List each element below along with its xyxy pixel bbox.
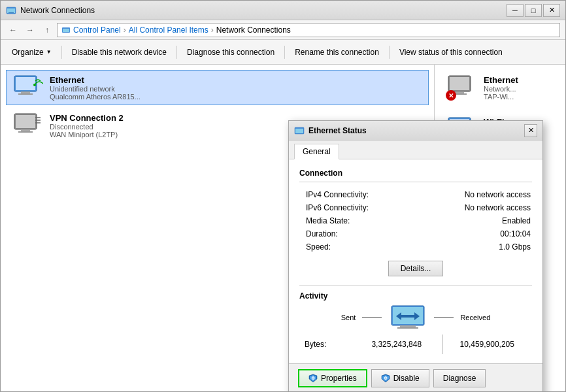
received-label: Received — [460, 314, 490, 321]
tab-general[interactable]: General — [294, 144, 339, 159]
vpn-icon — [12, 112, 43, 139]
dialog-title-left: Ethernet Status — [294, 125, 367, 136]
content-area: Ethernet Unidentified network Qualcomm A… — [1, 65, 565, 391]
disable-dialog-button[interactable]: ⊕ Disable — [371, 369, 429, 387]
duration-label: Duration: — [301, 228, 427, 240]
ipv4-label: IPv4 Connectivity: — [301, 189, 427, 201]
close-window-button[interactable]: ✕ — [543, 4, 560, 17]
forward-button[interactable]: → — [23, 23, 37, 37]
svg-text:⊕: ⊕ — [384, 376, 388, 380]
svg-rect-19 — [455, 91, 464, 93]
activity-icons-row: Sent Received — [299, 304, 532, 331]
tap-adapter: TAP-Wi... — [484, 93, 518, 101]
details-button[interactable]: Details... — [388, 261, 444, 276]
activity-section-header: Activity — [299, 291, 532, 301]
up-button[interactable]: ↑ — [40, 23, 54, 37]
list-item[interactable]: ✕ Ethernet Network... TAP-Wi... — [440, 70, 560, 105]
table-row: IPv4 Connectivity: No network access — [301, 189, 531, 201]
svg-rect-2 — [8, 12, 14, 13]
properties-label: Properties — [321, 374, 357, 383]
title-bar-controls: ─ □ ✕ — [507, 4, 560, 17]
dialog-title: Ethernet Status — [308, 126, 367, 135]
path-all-items[interactable]: All Control Panel Items — [129, 25, 208, 35]
vpn-status: Disconnected — [50, 123, 124, 131]
path-current: Network Connections — [216, 25, 291, 35]
dialog-title-bar: Ethernet Status ✕ — [289, 121, 542, 140]
table-row: Duration: 00:10:04 — [301, 228, 531, 240]
path-control-panel[interactable]: Control Panel — [73, 25, 121, 35]
duration-value: 00:10:04 — [428, 228, 531, 240]
svg-rect-32 — [400, 325, 416, 327]
svg-rect-7 — [21, 91, 30, 93]
diagnose-button[interactable]: Diagnose this connection — [181, 43, 280, 61]
recv-line — [434, 318, 454, 318]
sent-line — [362, 318, 382, 318]
diagnose-label: Diagnose — [443, 374, 476, 383]
ipv4-value: No network access — [428, 189, 531, 201]
svg-rect-13 — [18, 131, 33, 133]
view-status-button[interactable]: View status of this connection — [393, 43, 508, 61]
organize-button[interactable]: Organize ▼ — [6, 43, 58, 61]
toolbar-separator-1 — [61, 46, 62, 59]
tap-name: Ethernet — [484, 75, 518, 85]
window-icon — [6, 5, 16, 16]
rename-button[interactable]: Rename this connection — [289, 43, 385, 61]
properties-button[interactable]: ⊕ Properties — [298, 369, 367, 387]
disable-device-button[interactable]: Disable this network device — [66, 43, 173, 61]
svg-rect-11 — [16, 115, 35, 128]
vpn-adapter: WAN Miniport (L2TP) — [50, 131, 124, 139]
details-btn-container: Details... — [299, 261, 532, 276]
title-bar-left: Network Connections — [6, 5, 95, 16]
sent-label: Sent — [341, 314, 356, 321]
svg-rect-18 — [450, 77, 469, 90]
vpn-svg — [12, 112, 43, 139]
address-bar: ← → ↑ Control Panel › All Control Panel … — [1, 20, 565, 40]
table-row: Speed: 1.0 Gbps — [301, 241, 531, 253]
media-state-value: Enabled — [428, 215, 531, 227]
table-row: Media State: Enabled — [301, 215, 531, 227]
speed-label: Speed: — [301, 241, 427, 253]
vpn-name: VPN Connection 2 — [50, 113, 124, 123]
path-sep-1: › — [124, 25, 126, 35]
svg-rect-1 — [7, 8, 15, 13]
tap-info: Ethernet Network... TAP-Wi... — [484, 75, 518, 101]
path-sep-2: › — [211, 25, 214, 35]
window-title: Network Connections — [20, 6, 95, 15]
minimize-button[interactable]: ─ — [507, 4, 524, 17]
ethernet-info: Ethernet Unidentified network Qualcomm A… — [50, 75, 141, 101]
bytes-label: Bytes: — [299, 340, 352, 349]
ethernet-name: Ethernet — [50, 75, 141, 85]
ethernet-icon — [12, 74, 43, 101]
svg-text:⊕: ⊕ — [311, 376, 315, 380]
dialog-footer: ⊕ Properties ⊕ Disable Diagnose — [289, 363, 542, 391]
bytes-received: 10,459,900,205 — [442, 340, 533, 349]
dialog-close-button[interactable]: ✕ — [524, 124, 537, 137]
diagnose-label: Diagnose this connection — [187, 48, 275, 57]
connection-section-header: Connection — [299, 169, 532, 178]
ethernet-status: Unidentified network — [50, 85, 141, 93]
dialog-icon — [294, 125, 305, 136]
connection-divider — [299, 182, 532, 182]
table-row: IPv6 Connectivity: No network access — [301, 202, 531, 214]
title-bar: Network Connections ─ □ ✕ — [1, 1, 565, 20]
svg-rect-4 — [63, 29, 69, 32]
disable-label: Disable — [393, 374, 420, 383]
toolbar-separator-3 — [284, 46, 285, 59]
address-icon — [61, 25, 71, 35]
speed-value: 1.0 Gbps — [428, 241, 531, 253]
ipv6-value: No network access — [428, 202, 531, 214]
activity-monitor-icon — [388, 304, 427, 331]
dialog-tabs: General — [289, 140, 542, 159]
ethernet-svg — [12, 74, 43, 101]
main-window: Network Connections ─ □ ✕ ← → ↑ Control … — [0, 0, 566, 392]
list-item[interactable]: Ethernet Unidentified network Qualcomm A… — [6, 70, 429, 105]
ethernet-adapter: Qualcomm Atheros AR815... — [50, 93, 141, 101]
activity-values-row: Bytes: 3,325,243,848 10,459,900,205 — [299, 335, 532, 354]
diagnose-dialog-button[interactable]: Diagnose — [433, 369, 486, 387]
back-button[interactable]: ← — [6, 23, 20, 37]
tap-icon: ✕ — [446, 74, 477, 101]
organize-arrow: ▼ — [46, 49, 52, 55]
maximize-button[interactable]: □ — [525, 4, 542, 17]
toolbar-separator-4 — [389, 46, 390, 59]
tap-status: Network... — [484, 85, 518, 93]
